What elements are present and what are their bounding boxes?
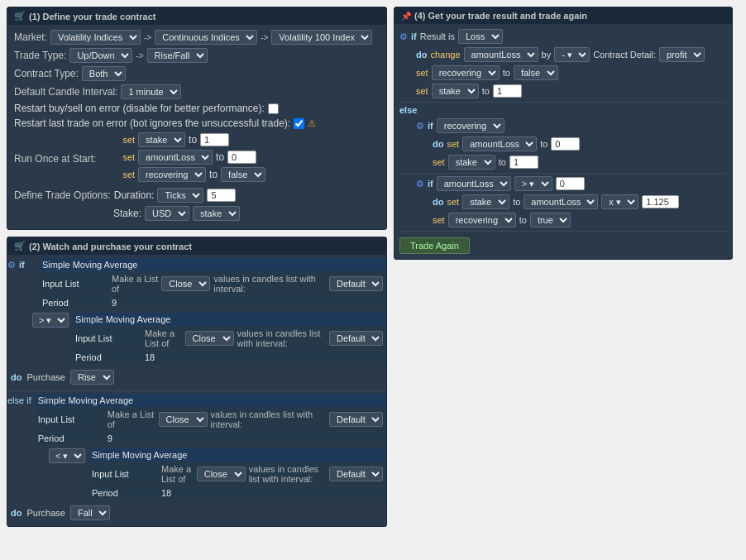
interval4-select[interactable]: Default [329, 467, 383, 481]
cmp-op-select[interactable]: > ▾ [514, 176, 552, 191]
trade-type-1-select[interactable]: Up/Down [69, 48, 132, 63]
if-block: ⚙ if Simple Moving Average Input List Ma… [7, 258, 386, 310]
lt-operator-block: < ▾ Simple Moving Average Input List Mak… [49, 448, 386, 500]
set-r2-var-select[interactable]: stake [432, 84, 479, 98]
arrow1: -> [144, 33, 151, 42]
set-b2-var-select[interactable]: recovering [448, 213, 516, 227]
gt-operator-select[interactable]: > ▾ [32, 313, 69, 328]
close2-select[interactable]: Close [185, 331, 234, 346]
set2-var-select[interactable]: amountLoss [138, 150, 213, 165]
recovering-var-select[interactable]: recovering [437, 118, 505, 133]
set3-keyword: set [122, 170, 135, 179]
contract-detail-select[interactable]: profit [659, 47, 705, 62]
market-3-select[interactable]: Volatility 100 Index [271, 30, 372, 45]
restart-buy-checkbox[interactable] [268, 103, 279, 114]
set-r1-val-select[interactable]: false [514, 65, 558, 80]
else-purchase-label: Purchase [26, 508, 65, 518]
change-op-select[interactable]: - ▾ [554, 47, 590, 62]
cart2-icon: 🛒 [14, 241, 26, 251]
set2-keyword: set [122, 152, 135, 162]
do-label: do [11, 372, 22, 382]
trade-again-button[interactable]: Trade Again [399, 237, 470, 254]
set1-var-select[interactable]: stake [138, 132, 185, 147]
period3-val: 9 [108, 433, 112, 443]
run-once-row: Run Once at Start: set stake to set amou… [14, 132, 380, 184]
section4-panel: 📌 (4) Get your trade result and trade ag… [394, 7, 733, 260]
market-row: Market: Volatility Indices -> Continuous… [14, 30, 380, 45]
market-1-select[interactable]: Volatility Indices [50, 30, 141, 45]
set3-val-select[interactable]: false [221, 167, 265, 182]
define-trade-row: Define Trade Options: Duration: Ticks [14, 188, 380, 203]
section2-body: ⚙ if Simple Moving Average Input List Ma… [7, 255, 386, 526]
section2-header: 🛒 (2) Watch and purchase your contract [7, 237, 386, 255]
else-keyword: else [399, 105, 417, 115]
set-b1-op-select[interactable]: x ▾ [601, 194, 638, 209]
input-list4-row: Input List Make a List of Close values i… [88, 462, 386, 486]
fall-select[interactable]: Fall [70, 505, 110, 520]
restart-last-label: Restart last trade on error (bot ignores… [14, 117, 290, 129]
else-if-content: Simple Moving Average Input List Make a … [35, 394, 386, 446]
set2-to: to [216, 151, 224, 163]
close3-select[interactable]: Close [159, 412, 208, 427]
set-a1-var-select[interactable]: amountLoss [462, 136, 537, 151]
input-list2-row: Input List Make a List of Close values i… [72, 327, 386, 350]
set-a2-var-select[interactable]: stake [448, 155, 495, 170]
market-2-select[interactable]: Continuous Indices [155, 30, 257, 45]
do2-keyword: do [416, 50, 427, 60]
restart-last-checkbox[interactable] [294, 118, 304, 129]
make-list1-text: Make a List of [112, 274, 158, 294]
duration-type-select[interactable]: Ticks [157, 188, 203, 203]
set1-val-input[interactable] [200, 133, 229, 146]
do-change-row: do change amountLoss by - ▾ Contract Det… [416, 47, 727, 62]
result-val-select[interactable]: Loss [458, 29, 503, 44]
period1-name: Period [42, 298, 108, 308]
period1-val: 9 [112, 298, 117, 308]
gt-operator-block: > ▾ Simple Moving Average Input List Mak… [32, 313, 386, 365]
stake-var-select[interactable]: stake [193, 206, 240, 221]
sma1-row: Simple Moving Average [39, 258, 386, 271]
values3-text: values in candles list with interval: [211, 409, 326, 429]
make-list2-text: Make a List of [145, 328, 182, 348]
set1-row: set stake to [122, 132, 265, 147]
set-a1-val-input[interactable] [551, 137, 580, 151]
set3-row: set recovering to false [122, 167, 265, 182]
close4-select[interactable]: Close [197, 467, 246, 481]
set-b1-amount-var-select[interactable]: amountLoss [524, 194, 598, 209]
set-b2-val-select[interactable]: true [530, 213, 571, 227]
restart-last-row: Restart last trade on error (bot ignores… [14, 117, 380, 129]
change-var-select[interactable]: amountLoss [464, 47, 538, 62]
set-r1-var-select[interactable]: recovering [432, 65, 500, 80]
input-list1-name: Input List [42, 279, 108, 289]
duration-val-input[interactable] [207, 189, 236, 202]
set-r2-val-input[interactable] [493, 84, 522, 98]
close1-select[interactable]: Close [161, 276, 210, 291]
interval3-select[interactable]: Default [329, 412, 383, 427]
contract-type-select[interactable]: Both [82, 66, 126, 81]
section4-body: ⚙ if Result is Loss do change amountLoss… [395, 24, 732, 259]
if-label: if [19, 258, 36, 270]
divider3 [399, 173, 727, 174]
period2-row: Period 18 [72, 351, 386, 364]
section4-header: 📌 (4) Get your trade result and trade ag… [395, 7, 732, 24]
cmp-val-input[interactable] [556, 177, 585, 190]
change-by-text: by [542, 50, 552, 60]
rise-select[interactable]: Rise [70, 370, 114, 385]
set-b1-mul-input[interactable] [642, 195, 679, 208]
set3-var-select[interactable]: recovering [138, 167, 206, 182]
interval2-select[interactable]: Default [329, 331, 383, 346]
interval1-select[interactable]: Default [329, 276, 383, 291]
candle-interval-select[interactable]: 1 minute [121, 84, 181, 99]
set1-keyword: set [122, 135, 135, 145]
set2-val-input[interactable] [227, 151, 256, 164]
amount-loss-var-select[interactable]: amountLoss [437, 176, 511, 191]
set-b1-var-select[interactable]: stake [462, 194, 509, 209]
section2-title: (2) Watch and purchase your contract [29, 242, 192, 251]
trade-type-2-select[interactable]: Rise/Fall [147, 48, 208, 63]
lt-operator-select[interactable]: < ▾ [49, 448, 85, 463]
stake-currency-select[interactable]: USD [145, 206, 189, 221]
set-a1-keyword: set [447, 139, 459, 149]
set-a2-val-input[interactable] [509, 156, 538, 169]
candle-interval-label: Default Candle Interval: [14, 86, 117, 98]
duration-label: Duration: [114, 189, 155, 201]
restart-buy-row: Restart buy/sell on error (disable for b… [14, 103, 380, 114]
